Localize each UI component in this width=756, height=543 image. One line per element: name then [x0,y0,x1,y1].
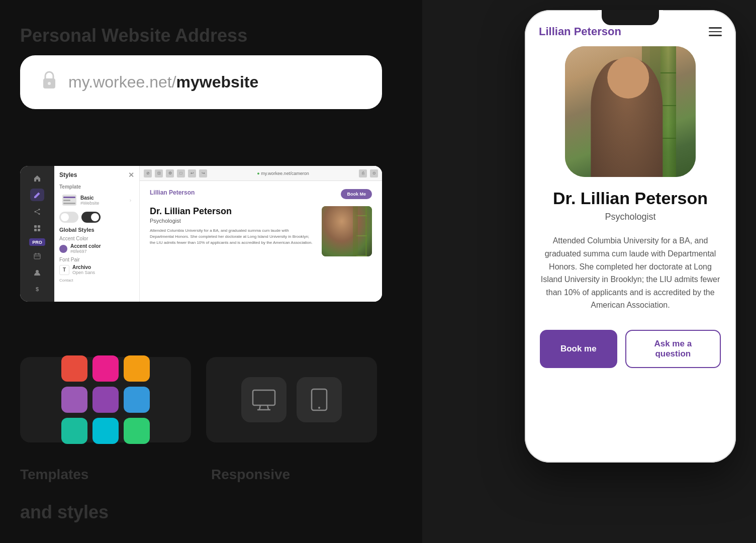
phone-bio: Attended Columbia University for a BA, a… [540,234,721,312]
toolbar-icon-1[interactable]: ⊘ [144,169,152,177]
svg-rect-17 [253,390,275,405]
bottom-label-responsive: Responsive [211,467,290,483]
font-pair-label: Font Pair [59,257,134,262]
styles-title: Styles [59,171,77,178]
svg-rect-9 [34,229,37,231]
toolbar-url: ● my.workee.net/cameron [211,171,355,176]
thumb-bar-1 [63,197,75,198]
phone-buttons: Book me Ask me a question [525,330,736,368]
color-swatch-cyan[interactable] [92,418,119,444]
sidebar-layout-icon[interactable] [30,222,44,234]
phone-ask-question-button[interactable]: Ask me a question [625,330,721,368]
template-section-label: Template [59,184,134,190]
phone-text-content: Dr. Lillian Peterson Psychologist Attend… [525,189,736,312]
editor-page-preview: Lillian Peterson Book Me Dr. Lillian Pet… [140,181,382,264]
thumb-bar-2 [63,200,70,201]
phone-profile-image [565,46,696,177]
editor-page-brand: Lillian Peterson [150,189,195,196]
url-bold: mywebsite [176,73,259,91]
editor-hero-image [322,206,372,256]
editor-sidebar: PRO $ [20,166,54,302]
template-sub: #Website [80,201,99,206]
editor-book-me-button[interactable]: Book Me [341,189,372,199]
sidebar-share-icon[interactable] [30,205,44,218]
toolbar-redo[interactable]: ↪ [199,169,207,177]
editor-hero-section: Dr. Lillian Peterson Psychologist Attend… [150,206,372,256]
svg-rect-10 [38,229,40,231]
sidebar-dollar-icon[interactable]: $ [30,283,44,296]
svg-line-6 [36,212,39,214]
color-swatch-purple[interactable] [61,387,87,413]
colors-card [20,357,191,442]
phone-container: Lillian Peterson [525,10,736,533]
sidebar-edit-icon[interactable] [30,189,44,201]
editor-main-content: ⊘ ⊡ ⚙ □ ↩ ↪ ● my.workee.net/cameron ⎙ ⊙ … [140,166,382,302]
toggle-off[interactable] [59,212,78,223]
editor-hero-role: Psychologist [150,218,314,224]
page-title-watermark: Personal Website Address [20,25,247,46]
phone-notch [598,10,663,25]
toolbar-settings-icon[interactable]: ⊙ [370,169,378,177]
styles-panel-header: Styles ✕ [59,171,134,179]
toolbar-share-icon[interactable]: ⎙ [359,169,367,177]
toolbar-url-text: my.workee.net/cameron [261,171,309,176]
phone-frame: Lillian Peterson [525,10,736,463]
toolbar-icons: ⊘ ⊡ ⚙ □ ↩ ↪ [144,169,207,177]
template-thumb [62,195,76,206]
menu-bar-3 [709,35,722,36]
svg-point-2 [35,211,36,212]
color-swatch-teal[interactable] [61,418,87,444]
sidebar-home-icon[interactable] [30,172,44,185]
color-swatch-violet[interactable] [92,387,119,413]
svg-line-19 [267,405,268,410]
accent-info: Accent color #6fe697 [70,243,101,254]
svg-point-1 [48,82,51,85]
sidebar-user-icon[interactable] [30,266,44,279]
styles-close-button[interactable]: ✕ [128,171,134,179]
color-swatch-green[interactable] [124,418,150,444]
svg-rect-8 [38,225,40,228]
sidebar-calendar-icon[interactable] [30,250,44,262]
toolbar-right-icons: ⎙ ⊙ [359,169,378,177]
phone-menu-icon[interactable] [709,27,722,36]
toolbar-icon-3[interactable]: ⚙ [166,169,174,177]
color-swatch-pink[interactable] [92,355,119,382]
sidebar-pro-badge: PRO [29,238,45,245]
toolbar-icon-2[interactable]: ⊡ [155,169,163,177]
accent-swatch[interactable] [59,245,67,253]
toggle-group [59,212,134,223]
desktop-device-icon[interactable] [241,377,287,422]
tablet-device-icon[interactable] [297,377,342,422]
editor-contact: Contact [59,278,134,283]
svg-line-18 [259,405,260,410]
template-basic-item[interactable]: Basic #Website › [59,193,134,208]
lock-icon [40,69,58,95]
font-thumb: T [59,265,69,275]
toolbar-undo[interactable]: ↩ [188,169,196,177]
color-swatch-orange[interactable] [124,355,150,382]
editor-hero-bio: Attended Columbia University for a BA, a… [150,228,314,246]
svg-rect-7 [34,225,37,228]
color-swatch-red[interactable] [61,355,87,382]
editor-hero-name: Dr. Lillian Peterson [150,206,314,217]
devices-card [206,357,377,442]
template-info: Basic #Website [80,195,99,206]
editor-hero-text: Dr. Lillian Peterson Psychologist Attend… [150,206,314,256]
menu-bar-2 [709,31,722,33]
template-arrow-icon: › [130,198,131,203]
toggle-on[interactable] [81,212,101,223]
phone-book-me-button[interactable]: Book me [540,330,617,368]
font-sub: Open Sans [72,270,95,275]
accent-color-row: Accent color #6fe697 [59,243,134,254]
bottom-label-styles: and styles [20,502,109,523]
editor-card: PRO $ Styles ✕ Template Basic #Website [20,166,382,302]
url-text: my.workee.net/mywebsite [68,73,258,92]
svg-rect-11 [34,254,40,259]
svg-text:$: $ [36,286,39,292]
color-swatch-blue[interactable] [124,387,150,413]
styles-panel: Styles ✕ Template Basic #Website › Globa… [54,166,140,302]
accent-name: Accent color [70,243,101,249]
toolbar-icon-4[interactable]: □ [177,169,185,177]
thumb-bar-3 [63,203,75,204]
bottom-label-templates: Templates [20,467,88,483]
